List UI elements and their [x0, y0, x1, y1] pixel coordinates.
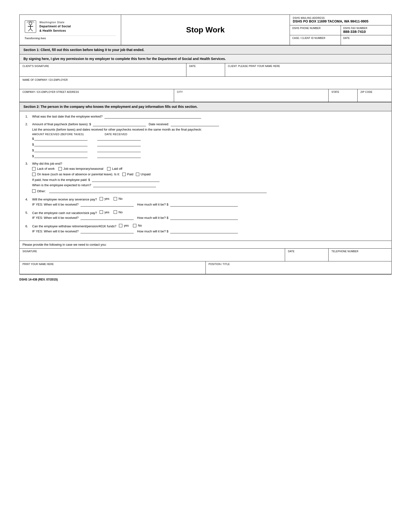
question-2: 2. Amount of final paycheck (before taxe… [25, 122, 386, 158]
client-name-label: CLIENT: PLEASE PRINT YOUR NAME HERE [228, 65, 389, 67]
temp-seasonal-checkbox[interactable] [58, 167, 62, 171]
q5-howmuch-label: How much will it be? $ [137, 216, 168, 219]
amount-input-1[interactable] [34, 137, 87, 141]
on-leave-item: On leave (such as leave of absence or pa… [32, 172, 120, 176]
q5-no-label: No [119, 210, 122, 214]
q6-received-field[interactable] [81, 229, 134, 233]
other-label: Other: [37, 189, 46, 193]
q5-number: 5. [25, 211, 30, 215]
q3-row: 3. Why did this job end? [25, 162, 386, 165]
bottom-date-label: DATE [288, 250, 325, 253]
paycheck-row-3: $ [32, 148, 386, 152]
question-1: 1. What was the last date that the emplo… [25, 115, 386, 118]
q4-label: Will the employee receive any severance … [32, 198, 97, 201]
q5-yes-checkbox[interactable] [100, 210, 103, 214]
client-sig-label: CLIENT'S SIGNATURE [22, 65, 183, 67]
fax-box: DSHS FAX NUMBER 888-338-7410 [341, 25, 392, 35]
section2-body: 1. What was the last date that the emplo… [19, 111, 392, 241]
fax-label: DSHS FAX NUMBER [343, 27, 389, 29]
q4-received-field[interactable] [81, 203, 134, 207]
section2-header: Section 2: The person in the company who… [19, 102, 392, 111]
q5-no-checkbox[interactable] [114, 210, 117, 214]
case-date-row: CASE / CLIENT ID NUMBER DATE [290, 35, 392, 45]
q5-row: 5. Can the employee cash out vacation/si… [25, 210, 386, 215]
paid-amount-field[interactable] [92, 178, 159, 182]
amount-col-header: AMOUNT RECEIVED (BEFORE TAXES) [32, 133, 95, 136]
dshs-logo-icon [24, 20, 37, 33]
svg-line-5 [30, 29, 33, 31]
question-4: 4. Will the employee receive any severan… [25, 197, 386, 207]
lack-of-work-label: Lack of work [37, 167, 55, 171]
lack-of-work-checkbox[interactable] [32, 167, 36, 171]
bottom-print-row: PRINT YOUR NAME HERE POSITION / TITLE [19, 261, 392, 274]
q4-no-checkbox[interactable] [114, 197, 117, 200]
bottom-date-cell: DATE [285, 249, 328, 261]
logo-section: Washington State Department of Social & … [19, 15, 121, 45]
q5-yes-label: yes [104, 210, 109, 214]
other-row: Other: [32, 189, 386, 193]
dollar-sign-4: $ [32, 154, 34, 158]
zip-cell: ZIP CODE [358, 89, 392, 102]
unpaid-checkbox[interactable] [136, 173, 139, 176]
lack-of-work-item: Lack of work [32, 167, 55, 171]
q4-ifyes-row: IF YES: When will it be received? How mu… [32, 203, 386, 207]
q2-number: 2. [25, 122, 30, 126]
section1-subheader: By signing here, I give my permission to… [19, 54, 392, 63]
client-date-label: DATE [189, 65, 222, 67]
address-section: DSHS MAILING ADDRESS DSHS PO BOX 11699 T… [290, 15, 392, 45]
date-input-4[interactable] [97, 154, 141, 158]
q5-ifyes-label: IF YES: When will it be received? [32, 216, 79, 219]
company-row: NAME OF COMPANY / EX-EMPLOYER [19, 77, 392, 89]
on-leave-checkbox[interactable] [32, 173, 36, 176]
street-label: COMPANY / EX-EMPLOYER STREET ADDRESS [22, 91, 171, 93]
amount-input-2[interactable] [34, 142, 87, 146]
client-name-cell: CLIENT: PLEASE PRINT YOUR NAME HERE [225, 63, 392, 76]
dollar-sign-2: $ [32, 143, 34, 146]
amount-input-3[interactable] [34, 148, 87, 152]
q4-amount-field[interactable] [170, 203, 238, 207]
bottom-print-cell: PRINT YOUR NAME HERE [19, 261, 206, 274]
q4-content: Will the employee receive any severance … [32, 197, 386, 201]
bottom-position-label: POSITION / TITLE [209, 263, 389, 266]
q1-answer-field[interactable] [104, 115, 201, 118]
q4-number: 4. [25, 198, 30, 201]
other-checkbox[interactable] [32, 189, 36, 193]
svg-point-1 [29, 22, 32, 25]
bottom-print-label: PRINT YOUR NAME HERE [22, 263, 203, 266]
date-input-1[interactable] [97, 137, 141, 141]
amount-field-4: $ [32, 154, 87, 158]
paid-checkbox[interactable] [122, 173, 126, 176]
date-input-2[interactable] [97, 142, 141, 146]
question-5: 5. Can the employee cash out vacation/si… [25, 210, 386, 220]
q5-received-field[interactable] [81, 216, 134, 220]
q4-row: 4. Will the employee receive any severan… [25, 197, 386, 201]
form-page: Washington State Department of Social & … [19, 15, 392, 275]
section2-title: Section 2: The person in the company who… [23, 105, 388, 109]
q6-no-checkbox[interactable] [133, 224, 136, 227]
q6-amount-field[interactable] [170, 229, 238, 233]
q2-amount-field[interactable] [93, 122, 146, 126]
q3-label: Why did this job end? [32, 162, 386, 165]
laid-off-checkbox[interactable] [107, 167, 111, 171]
mailing-value: DSHS PO BOX 11699 TACOMA, WA 98411-9905 [293, 19, 389, 23]
other-text-field[interactable] [49, 189, 267, 193]
tagline: Transforming lives [24, 36, 116, 40]
q1-row: 1. What was the last date that the emplo… [25, 115, 386, 118]
q3-checkboxes-row1: Lack of work Job was temporary/seasonal … [32, 167, 386, 171]
date-col-header: DATE RECEIVED [105, 133, 127, 136]
amount-input-4[interactable] [34, 154, 87, 158]
paycheck-row-4: $ [32, 154, 386, 158]
date-input-3[interactable] [97, 148, 141, 152]
q5-content: Can the employee cash out vacation/sick … [32, 210, 386, 215]
q2-date-field[interactable] [171, 122, 219, 126]
temp-seasonal-label: Job was temporary/seasonal [63, 167, 103, 171]
company-label: NAME OF COMPANY / EX-EMPLOYER [22, 79, 389, 81]
q6-yes-checkbox[interactable] [119, 224, 122, 227]
q5-amount-field[interactable] [170, 216, 238, 220]
on-leave-label: On leave (such as leave of absence or pa… [37, 172, 120, 176]
q4-yes-label: yes [104, 197, 109, 200]
q2-label: Amount of final paycheck (before taxes):… [32, 122, 91, 126]
q6-label: Can the employee withdraw retirement/pen… [32, 224, 116, 228]
q4-yes-checkbox[interactable] [100, 197, 103, 200]
return-date-field[interactable] [93, 183, 156, 187]
